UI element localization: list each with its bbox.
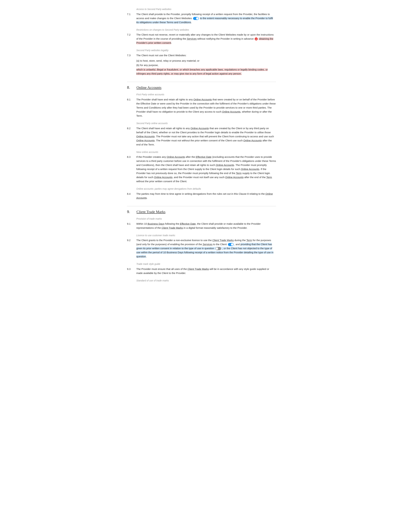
subsection-label-9-3: Trade mark style guide bbox=[136, 262, 276, 266]
clause-body-8-1: The Provider shall have and retain all r… bbox=[136, 98, 276, 119]
subsection-label-8-4: Online accounts: parties may agree derog… bbox=[136, 187, 276, 191]
oa-8-3e: Online Accounts bbox=[225, 176, 244, 179]
clause-num-7-2: 7.2 bbox=[127, 33, 136, 46]
clause-7-3: 7.3 The Client must not use the Client W… bbox=[127, 53, 276, 77]
section-8-header: 8. Online Accounts bbox=[127, 82, 276, 90]
toggle-7-1[interactable] bbox=[193, 17, 199, 20]
eff-date-9-1: Effective Date bbox=[180, 222, 196, 225]
clause-num-7-1: 7.1 bbox=[127, 12, 136, 26]
services-term-7-2: Services bbox=[187, 37, 197, 40]
clause-9-3: 9.3 The Provider must ensure that all us… bbox=[127, 267, 276, 277]
clause-8-1: 8.1 The Provider shall have and retain a… bbox=[127, 98, 276, 119]
toggle-track-7-1 bbox=[193, 17, 199, 20]
oa-8-2a: Online Accounts bbox=[190, 127, 209, 130]
clause-num-8-2: 8.2 bbox=[127, 126, 136, 148]
section-9-title: Client Trade Marks bbox=[137, 209, 165, 215]
oa-8-4: Online Accounts bbox=[136, 192, 273, 199]
clause-9-2: 9.2 The Client grants to the Provider a … bbox=[127, 238, 276, 260]
highlight-red-7-3: which is unlawful, illegal or fraudulent… bbox=[136, 68, 268, 75]
clause-8-4: 8.4 The parties may from time to time ag… bbox=[127, 192, 276, 201]
clause-body-9-2: The Client grants to the Provider a non-… bbox=[136, 238, 276, 260]
section-8-title: Online Accounts bbox=[137, 85, 161, 90]
clause-body-7-2: The Client must not reverse, revert or m… bbox=[136, 33, 276, 46]
section-9-number: 9. bbox=[127, 209, 133, 215]
clause-body-8-4: The parties may from time to time agree … bbox=[136, 192, 276, 201]
eff-date-8-3: Effective Date bbox=[196, 155, 212, 158]
section-8-number: 8. bbox=[127, 85, 133, 90]
clause-num-9-3: 9.3 bbox=[127, 267, 136, 277]
clause-num-8-3: 8.3 bbox=[127, 155, 136, 185]
clause-num-9-2: 9.2 bbox=[127, 238, 136, 260]
online-accounts-term-8-1b: Online Accounts bbox=[222, 110, 240, 113]
subsection-label-8-1: First Party online accounts bbox=[136, 93, 276, 96]
toggle-9-2b[interactable] bbox=[215, 247, 221, 250]
subsection-label-7-3: Second Party websites legality bbox=[136, 49, 276, 52]
clause-8-2: 8.2 The Client shall have and retain all… bbox=[127, 126, 276, 148]
ctm-9-1: Client Trade Marks bbox=[162, 226, 183, 229]
subsection-label-8-2: Second Party online accounts bbox=[136, 121, 276, 125]
toggle-track-9-2b bbox=[215, 247, 221, 250]
clause-num-9-1: 9.1 bbox=[127, 222, 136, 231]
term-9-2: Term bbox=[246, 239, 252, 242]
oa-8-3a: Online Accounts bbox=[167, 155, 185, 158]
subsection-label-8-3: New online accounts bbox=[136, 150, 276, 154]
document-body: Access to Second Party websites 7.1 The … bbox=[127, 7, 276, 283]
clause-8-3: 8.3 If the Provider creates any Online A… bbox=[127, 155, 276, 185]
highlight-7-1: to the extent reasonably necessary to en… bbox=[136, 17, 273, 24]
clause-num-8-1: 8.1 bbox=[127, 98, 136, 119]
oa-8-3c: Online Accounts bbox=[241, 168, 259, 171]
clause-9-1: 9.1 Within 10 Business Days following th… bbox=[127, 222, 276, 231]
oa-8-2d: Online Accounts bbox=[244, 139, 262, 142]
ctm-9-2a: Client Trade Marks bbox=[212, 239, 234, 242]
subsection-label-9-1: Provision of trade marks bbox=[136, 217, 276, 221]
clause-body-7-1: The Client shall provide to the Provider… bbox=[136, 12, 276, 26]
clause-body-8-2: The Client shall have and retain all rig… bbox=[136, 126, 276, 148]
ctm-9-3: Client Trade Marks bbox=[188, 267, 209, 270]
clause-body-9-1: Within 10 Business Days following the Ef… bbox=[136, 222, 276, 231]
toggle-track-9-2a bbox=[228, 243, 234, 246]
clause-7-2: 7.2 The Client must not reverse, revert … bbox=[127, 33, 276, 46]
clause-num-8-4: 8.4 bbox=[127, 192, 136, 201]
subsection-label-9-4: Standard of use of trade marks bbox=[136, 279, 276, 283]
clause-body-7-3: The Client must not use the Client Websi… bbox=[136, 53, 276, 77]
oa-8-3d: Online Accounts bbox=[154, 176, 172, 179]
services-9-2: Services bbox=[203, 243, 213, 246]
online-accounts-term-8-1a: Online Accounts bbox=[194, 98, 212, 101]
toggle-thumb-9-2a bbox=[231, 243, 233, 246]
red-icon-7-2: p bbox=[255, 38, 258, 40]
toggle-thumb-7-1 bbox=[196, 17, 198, 20]
list-item-7-3-a: (a) to host, store, send, relay or proce… bbox=[136, 59, 276, 63]
term-8-3a: Term bbox=[236, 172, 241, 175]
highlight-red-7-2: obtaining the Provider's prior written c… bbox=[136, 37, 273, 44]
clause-num-7-3: 7.3 bbox=[127, 53, 136, 77]
oa-8-2b: Online Accounts bbox=[136, 135, 155, 138]
term-8-3b: Term bbox=[266, 176, 272, 179]
subsection-label-7-2: Restrictions on changes to Second Party … bbox=[136, 28, 276, 32]
business-days-9-1: Business Days bbox=[148, 222, 164, 225]
toggle-thumb-9-2b bbox=[216, 247, 218, 250]
oa-8-3b: Online Accounts bbox=[216, 164, 234, 166]
oa-8-2c: Online Accounts bbox=[136, 139, 155, 142]
clause-body-9-3: The Provider must ensure that all uses o… bbox=[136, 267, 276, 277]
subsection-label-9-2: Licence to use customer trade marks bbox=[136, 234, 276, 237]
subsection-label-7-0: Access to Second Party websites bbox=[136, 7, 276, 11]
clause-7-1: 7.1 The Client shall provide to the Prov… bbox=[127, 12, 276, 26]
clause-body-8-3: If the Provider creates any Online Accou… bbox=[136, 155, 276, 185]
list-item-7-3-b: (b) for any purpose, bbox=[136, 63, 276, 67]
section-9-header: 9. Client Trade Marks bbox=[127, 206, 276, 215]
toggle-9-2a[interactable] bbox=[228, 243, 234, 246]
